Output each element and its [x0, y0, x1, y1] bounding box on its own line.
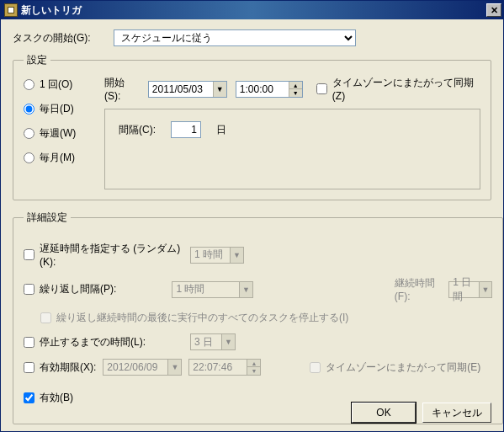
interval-unit: 日: [216, 123, 226, 137]
settings-legend: 設定: [24, 53, 50, 67]
stop-after-checkbox[interactable]: [24, 337, 34, 348]
expire-checkbox[interactable]: [24, 362, 34, 373]
interval-input[interactable]: [171, 121, 201, 138]
radio-monthly-label: 毎月(M): [40, 151, 75, 165]
start-date-input[interactable]: [149, 82, 213, 97]
chevron-down-icon[interactable]: ▼: [213, 82, 226, 97]
enabled-label: 有効(B): [40, 391, 73, 405]
repeat-interval-label: 繰り返し間隔(P):: [40, 282, 116, 296]
stop-after-label: 停止するまでの時間(L):: [40, 335, 146, 349]
start-label: 開始(S):: [104, 76, 140, 102]
expire-date-picker: 2012/06/09 ▼: [103, 359, 182, 376]
chevron-down-icon: ▼: [167, 360, 181, 375]
start-time-picker[interactable]: ▲▼: [236, 81, 303, 98]
chevron-down-icon: ▼: [221, 334, 235, 349]
expire-time-picker: 22:07:46 ▲▼: [188, 359, 261, 376]
duration-select: 1 日間 ▼: [448, 281, 492, 298]
chevron-down-icon: ▼: [239, 282, 252, 297]
interval-label: 間隔(C):: [119, 123, 156, 137]
task-begin-label: タスクの開始(G):: [13, 31, 107, 45]
expire-tz-checkbox: [310, 362, 321, 373]
radio-daily[interactable]: [24, 104, 34, 115]
close-button[interactable]: ✕: [486, 3, 501, 17]
expire-label: 有効期限(X):: [40, 360, 96, 375]
window-title: 新しいトリガ: [21, 3, 486, 18]
stop-all-label: 繰り返し継続時間の最後に実行中のすべてのタスクを停止する(I): [56, 311, 348, 325]
stop-after-select: 3 日 ▼: [190, 333, 236, 350]
settings-fieldset: 設定 1 回(O) 毎日(D) 毎週(W): [13, 53, 491, 200]
chevron-down-icon: ▼: [230, 248, 243, 263]
radio-once-label: 1 回(O): [40, 77, 72, 92]
duration-label: 継続時間(F):: [395, 276, 443, 302]
schedule-panel: 間隔(C): 日: [104, 109, 480, 189]
random-delay-select: 1 時間 ▼: [190, 247, 244, 264]
chevron-down-icon: ▼: [479, 282, 491, 297]
expire-tz-label: タイムゾーンにまたがって同期(E): [326, 360, 480, 375]
app-icon: [4, 3, 18, 17]
radio-weekly[interactable]: [24, 128, 34, 139]
start-date-picker[interactable]: ▼: [148, 81, 227, 98]
random-delay-checkbox[interactable]: [24, 249, 34, 260]
radio-daily-label: 毎日(D): [40, 102, 74, 116]
repeat-interval-checkbox[interactable]: [24, 284, 34, 295]
radio-once[interactable]: [24, 79, 34, 90]
title-bar: 新しいトリガ ✕: [1, 1, 503, 19]
enabled-checkbox[interactable]: [24, 392, 34, 403]
start-time-input[interactable]: [236, 82, 289, 97]
time-spinner[interactable]: ▲▼: [289, 82, 302, 97]
repeat-interval-select: 1 時間 ▼: [172, 281, 252, 298]
stop-all-checkbox: [40, 312, 51, 323]
radio-weekly-label: 毎週(W): [40, 126, 76, 141]
tz-sync-checkbox[interactable]: [316, 83, 327, 94]
time-spinner: ▲▼: [247, 360, 260, 375]
ok-button[interactable]: OK: [352, 403, 416, 423]
tz-sync-label: タイムゾーンにまたがって同期(Z): [332, 76, 480, 102]
random-delay-label: 遅延時間を指定する (ランダム)(K):: [40, 242, 183, 268]
task-begin-select[interactable]: スケジュールに従う: [114, 29, 356, 46]
advanced-legend: 詳細設定: [24, 211, 71, 225]
radio-monthly[interactable]: [24, 152, 34, 163]
cancel-button[interactable]: キャンセル: [422, 403, 491, 423]
advanced-fieldset: 詳細設定 遅延時間を指定する (ランダム)(K): 1 時間 ▼ 繰り返し間隔(…: [13, 211, 503, 424]
